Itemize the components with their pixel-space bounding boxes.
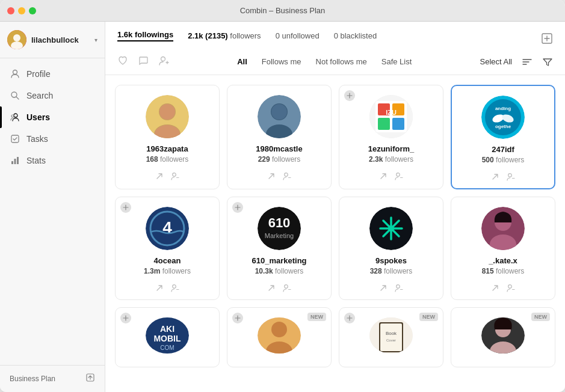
new-badge-woman3: NEW [531,313,550,321]
user-card-247idf[interactable]: anding ogethe 247idf 500 followers [451,85,555,189]
user-card-kateaux[interactable]: _.kate.x 815 followers [451,197,555,300]
username-247idf: 247idf [492,145,514,154]
compose-btn[interactable] [541,32,553,47]
svg-rect-9 [11,161,13,164]
stat-unfollowed[interactable]: 0 unfollowed [276,31,320,40]
sidebar-item-users[interactable]: Users [0,106,105,128]
filter-right: Select All [480,57,553,67]
avatar-247idf: anding ogethe [481,96,525,139]
sidebar-item-stats[interactable]: Stats [0,150,105,171]
stat-blacklisted[interactable]: 0 blacklisted [334,31,377,40]
followers-247idf: 500 followers [482,156,525,164]
card-actions-9spokes [379,284,403,292]
sidebar-item-search[interactable]: Search [0,85,105,106]
svg-point-7 [11,115,14,117]
tab-follows-me[interactable]: Follows me [255,54,309,70]
tab-all[interactable]: All [230,54,255,70]
svg-point-58 [285,285,288,289]
followed-badge-4ocean [120,202,131,213]
svg-text:anding: anding [495,106,511,111]
svg-point-1 [13,34,20,41]
followed-badge-610marketing [232,202,243,213]
search-icon [10,90,20,101]
svg-point-14 [161,57,165,61]
sidebar-item-tasks[interactable]: Tasks [0,128,105,150]
svg-point-65 [388,225,394,231]
svg-line-5 [16,97,19,99]
user-card-akimobil[interactable]: AKI MOBIL COM [115,307,220,367]
user-grid: 1963zapata 168 followers [115,85,555,367]
svg-rect-37 [378,118,390,130]
open-profile-icon-kateaux[interactable] [491,284,499,292]
upgrade-icon[interactable] [85,373,95,385]
card-actions-1ezuniform [379,172,403,180]
unfollow-icon-1963zapata[interactable] [171,172,179,180]
unfollow-icon-610marketing[interactable] [283,284,291,292]
minimize-button[interactable] [18,7,25,14]
app-window: Combin – Business Plan lilachbullock ▾ [0,0,565,392]
svg-text:MOBIL: MOBIL [153,334,181,343]
stat-followers[interactable]: 2.1k (2135) followers [188,31,261,40]
svg-text:AKI: AKI [160,324,174,334]
user-card-woman3[interactable]: NEW [451,307,555,367]
card-actions-247idf [491,173,515,181]
open-profile-icon-247idf[interactable] [491,173,499,181]
sort-icon[interactable] [522,57,533,67]
sidebar: lilachbullock ▾ Profile [0,22,105,392]
comment-icon[interactable] [138,55,149,69]
card-actions-1963zapata [155,172,179,180]
account-switcher[interactable]: lilachbullock ▾ [0,22,105,58]
username-9spokes: 9spokes [375,256,407,265]
unfollow-icon-247idf[interactable] [507,173,515,181]
heart-icon[interactable] [117,55,128,69]
sidebar-nav: Profile Search [0,58,105,365]
user-card-610marketing[interactable]: 610 Marketing 610_marketing 10.3k follow… [227,197,332,300]
username-kateaux: _.kate.x [489,256,517,265]
select-all-button[interactable]: Select All [480,57,512,66]
svg-text:610: 610 [268,215,291,230]
open-profile-icon-1980mcastle[interactable] [267,172,276,180]
svg-point-66 [397,285,400,289]
tab-not-follows-me[interactable]: Not follows me [309,54,374,70]
open-profile-icon-9spokes[interactable] [379,284,387,292]
username-1980mcastle: 1980mcastle [256,144,302,153]
open-profile-icon-4ocean[interactable] [155,284,164,292]
filter-icon[interactable] [542,57,553,67]
followed-badge-person2 [232,313,243,323]
open-profile-icon-1ezuniform[interactable] [379,172,387,180]
followers-1980mcastle: 229 followers [258,155,301,164]
user-card-book[interactable]: NEW Book Cover [339,307,443,367]
maximize-button[interactable] [29,7,36,14]
close-button[interactable] [7,7,14,14]
tab-safe-list[interactable]: Safe List [374,54,419,70]
unfollow-icon-1980mcastle[interactable] [283,172,291,180]
stat-followings[interactable]: 1.6k followings [117,30,173,41]
svg-point-48 [508,174,512,177]
user-card-1963zapata[interactable]: 1963zapata 168 followers [115,85,220,189]
sidebar-item-profile[interactable]: Profile [0,63,105,85]
svg-text:Book: Book [386,331,397,336]
open-profile-icon-1963zapata[interactable] [155,172,164,180]
user-card-person2[interactable]: NEW [227,307,332,367]
followers-610marketing: 10.3k followers [255,267,304,275]
unfollow-icon-4ocean[interactable] [171,284,179,292]
user-card-9spokes[interactable]: 9spokes 328 followers [339,197,443,300]
tasks-icon [10,133,20,144]
users-icon [10,112,20,123]
unfollow-icon-kateaux[interactable] [507,284,515,292]
filter-row: All Follows me Not follows me Safe List … [117,49,553,75]
svg-rect-11 [17,157,19,164]
stats-icon [10,155,20,166]
user-card-1980mcastle[interactable]: 1980mcastle 229 followers [227,85,332,189]
svg-rect-38 [392,118,404,130]
unfollow-icon[interactable] [158,55,169,69]
open-profile-icon-610marketing[interactable] [267,284,276,292]
user-card-1ezuniform[interactable]: IZU 1ezuniform_ 2.3k followers [339,85,443,189]
username-4ocean: 4ocean [154,256,181,265]
action-icons [117,55,169,69]
user-card-4ocean[interactable]: 4 4ocean 1.3m followers [115,197,220,300]
unfollow-icon-9spokes[interactable] [395,284,403,292]
svg-point-6 [14,114,17,117]
followed-badge-1ezuniform [344,90,355,101]
unfollow-icon-1ezuniform[interactable] [395,172,403,180]
